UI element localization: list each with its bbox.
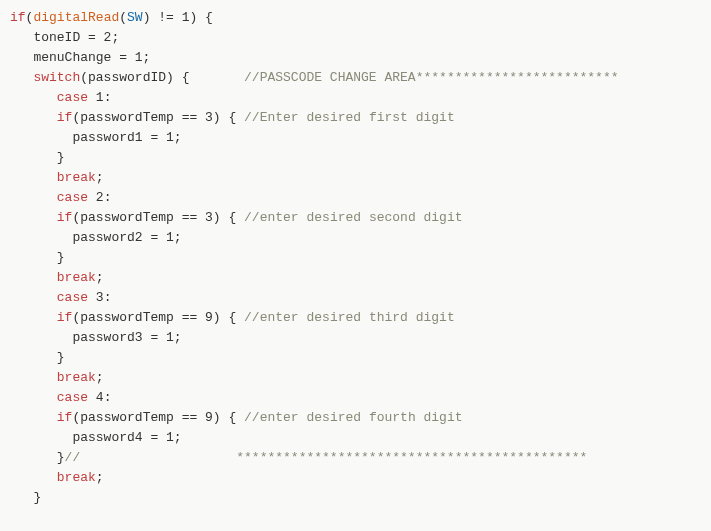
text: (passwordTemp == 3) { (72, 110, 244, 125)
text: 4: (88, 390, 111, 405)
text (10, 70, 33, 85)
text: 1: (88, 90, 111, 105)
keyword-break: break (57, 470, 96, 485)
comment: //PASSCODE CHANGE AREA******************… (244, 70, 618, 85)
text: (passwordTemp == 9) { (72, 410, 244, 425)
code-line: } (10, 150, 65, 165)
text (10, 110, 57, 125)
text (10, 290, 57, 305)
text: ; (96, 170, 104, 185)
text: ; (96, 370, 104, 385)
const-sw: SW (127, 10, 143, 25)
keyword-break: break (57, 370, 96, 385)
code-line: } (10, 450, 65, 465)
text (10, 370, 57, 385)
text (10, 90, 57, 105)
code-line: password3 = 1; (10, 330, 182, 345)
keyword-case: case (57, 390, 88, 405)
fn-digitalread: digitalRead (33, 10, 119, 25)
code-line: password2 = 1; (10, 230, 182, 245)
text (10, 270, 57, 285)
comment: //Enter desired first digit (244, 110, 455, 125)
keyword-if: if (57, 210, 73, 225)
code-block: if(digitalRead(SW) != 1) { toneID = 2; m… (0, 0, 711, 516)
text (10, 170, 57, 185)
text: ; (96, 270, 104, 285)
keyword-case: case (57, 190, 88, 205)
code-line: menuChange = 1; (10, 50, 150, 65)
code-line: } (10, 250, 65, 265)
keyword-if: if (57, 310, 73, 325)
text (189, 70, 244, 85)
code-line: } (10, 350, 65, 365)
keyword-switch: switch (33, 70, 80, 85)
keyword-break: break (57, 270, 96, 285)
text (10, 310, 57, 325)
code-line: } (10, 490, 41, 505)
text: ( (119, 10, 127, 25)
comment: //enter desired second digit (244, 210, 462, 225)
text: (passwordID) { (80, 70, 189, 85)
text (10, 410, 57, 425)
keyword-if: if (10, 10, 26, 25)
text: ; (96, 470, 104, 485)
keyword-case: case (57, 90, 88, 105)
comment: //enter desired fourth digit (244, 410, 462, 425)
comment: // *************************************… (65, 450, 588, 465)
code-line: password4 = 1; (10, 430, 182, 445)
keyword-case: case (57, 290, 88, 305)
code-line: toneID = 2; (10, 30, 119, 45)
text: (passwordTemp == 3) { (72, 210, 244, 225)
keyword-if: if (57, 410, 73, 425)
keyword-break: break (57, 170, 96, 185)
text (10, 210, 57, 225)
text: 2: (88, 190, 111, 205)
keyword-if: if (57, 110, 73, 125)
text: ) != 1) { (143, 10, 213, 25)
comment: //enter desired third digit (244, 310, 455, 325)
text: 3: (88, 290, 111, 305)
text (10, 190, 57, 205)
text (10, 390, 57, 405)
text (10, 470, 57, 485)
code-line: password1 = 1; (10, 130, 182, 145)
text: (passwordTemp == 9) { (72, 310, 244, 325)
